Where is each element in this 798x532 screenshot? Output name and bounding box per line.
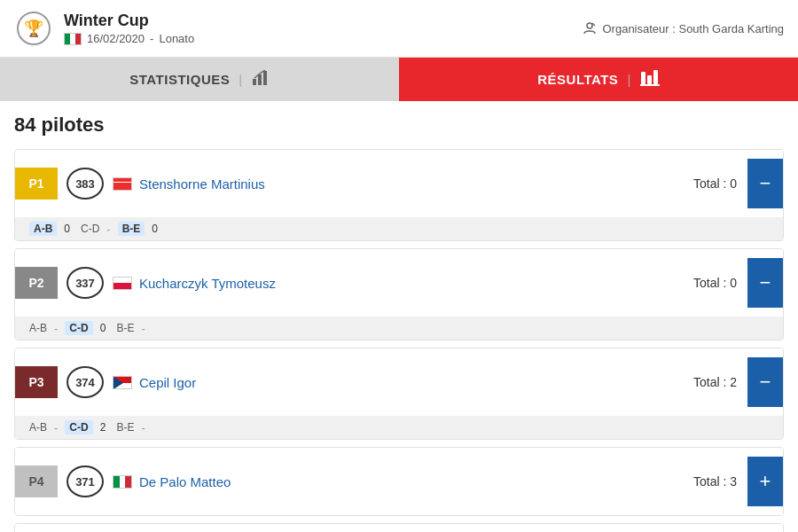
flag-norway-1 [113, 177, 132, 191]
stats-icon [252, 70, 270, 89]
bib-2: 337 [66, 267, 104, 299]
pilot-row-1: P1 383 Stenshorne Martinius Total : 0 − … [14, 149, 784, 241]
svg-rect-10 [640, 84, 660, 86]
sub-be-val-1: 0 [152, 223, 158, 235]
header-right: Organisateur : South Garda Karting [583, 21, 784, 35]
results-icon [640, 70, 660, 89]
sub-be-label-2: B-E [116, 322, 134, 334]
pilot-main-3: P3 374 Cepil Igor Total : 2 − [15, 348, 783, 416]
sub-ab-label-2: A-B [29, 322, 47, 334]
sub-ab-label-3: A-B [29, 421, 47, 434]
pilot-sub-1: A-B 0 C-D - B-E 0 [15, 217, 783, 240]
sub-cd-val-2: 0 [100, 322, 106, 334]
svg-text:🏆: 🏆 [24, 19, 44, 38]
collapse-btn-2[interactable]: − [747, 258, 783, 308]
pilot-main-2: P2 337 Kucharczyk Tymoteusz Total : 0 − [15, 249, 783, 317]
sub-cd-label-3: C-D [65, 420, 92, 434]
total-3: Total : 2 [693, 375, 737, 389]
flag-italy-header [64, 33, 82, 45]
sub-cd-val-3: 2 [100, 421, 106, 434]
tab-resultats-label: RÉSULTATS [537, 72, 618, 87]
flag-poland-2 [113, 277, 132, 290]
pilot-name-2[interactable]: Kucharczyk Tymoteusz [139, 276, 693, 291]
tabs: STATISTIQUES | RÉSULTATS | [0, 58, 798, 101]
bib-1: 383 [66, 168, 104, 200]
pilot-name-1[interactable]: Stenshorne Martinius [139, 176, 693, 192]
pilot-row-4: P4 371 De Palo Matteo Total : 3 + [14, 447, 784, 516]
position-badge-4: P4 [15, 466, 58, 497]
svg-rect-8 [647, 75, 652, 84]
sub-ab-val-1: 0 [64, 223, 70, 235]
pilot-row-5: P5 373 Badoer Brando Total : 3 + [14, 523, 784, 532]
position-badge-2: P2 [15, 267, 58, 299]
sub-cd-label-1: C-D [81, 223, 99, 235]
svg-rect-7 [641, 72, 645, 84]
pilot-name-3[interactable]: Cepil Igor [139, 375, 693, 390]
expand-btn-4[interactable]: + [747, 457, 783, 506]
organizer-label: Organisateur : South Garda Karting [602, 22, 784, 35]
event-location: Lonato [159, 32, 194, 45]
flag-italy-4 [113, 475, 132, 489]
sub-be-label-3: B-E [116, 421, 134, 434]
flag-czechia-3 [113, 376, 132, 389]
pilot-row-3: P3 374 Cepil Igor Total : 2 − A-B - C-D … [14, 348, 784, 440]
header-info: Winter Cup 16/02/2020 - Lonato [64, 12, 194, 45]
organizer-icon [583, 21, 597, 35]
svg-rect-9 [653, 70, 658, 84]
position-badge-3: P3 [15, 366, 58, 398]
position-badge-1: P1 [15, 168, 58, 200]
pilot-sub-3: A-B - C-D 2 B-E - [15, 416, 783, 439]
tab-statistiques-label: STATISTIQUES [129, 72, 230, 87]
event-subtitle: 16/02/2020 - Lonato [64, 32, 194, 45]
sub-cd-label-2: C-D [65, 321, 92, 335]
sub-ab-label-1: A-B [29, 222, 57, 236]
total-1: Total : 0 [693, 176, 737, 191]
event-date: 16/02/2020 [87, 32, 145, 45]
sub-be-label-1: B-E [118, 222, 145, 236]
header: 🏆 Winter Cup 16/02/2020 - Lonato Organis… [0, 0, 798, 58]
svg-rect-6 [263, 71, 267, 85]
svg-point-2 [587, 23, 592, 28]
bib-3: 374 [66, 366, 104, 398]
main-content: 84 pilotes P1 383 Stenshorne Martinius T… [0, 101, 798, 532]
collapse-btn-3[interactable]: − [747, 357, 783, 407]
trophy-icon: 🏆 [14, 9, 53, 48]
tab-statistiques[interactable]: STATISTIQUES | [0, 58, 399, 101]
header-left: 🏆 Winter Cup 16/02/2020 - Lonato [14, 9, 194, 48]
pilots-count: 84 pilotes [14, 113, 784, 137]
bib-4: 371 [66, 466, 104, 497]
pilot-name-4[interactable]: De Palo Matteo [139, 474, 693, 489]
total-2: Total : 0 [693, 276, 737, 290]
pilot-main-4: P4 371 De Palo Matteo Total : 3 + [15, 448, 783, 515]
svg-rect-4 [253, 79, 256, 85]
svg-rect-5 [258, 74, 262, 85]
event-title: Winter Cup [64, 12, 194, 30]
collapse-btn-1[interactable]: − [747, 159, 783, 208]
pilot-sub-2: A-B - C-D 0 B-E - [15, 317, 783, 340]
pilot-main-5: P5 373 Badoer Brando Total : 3 + [15, 524, 783, 532]
pilot-main-1: P1 383 Stenshorne Martinius Total : 0 − [15, 150, 783, 217]
pilot-row-2: P2 337 Kucharczyk Tymoteusz Total : 0 − … [14, 248, 784, 340]
tab-resultats[interactable]: RÉSULTATS | [399, 58, 798, 101]
total-4: Total : 3 [693, 474, 737, 489]
